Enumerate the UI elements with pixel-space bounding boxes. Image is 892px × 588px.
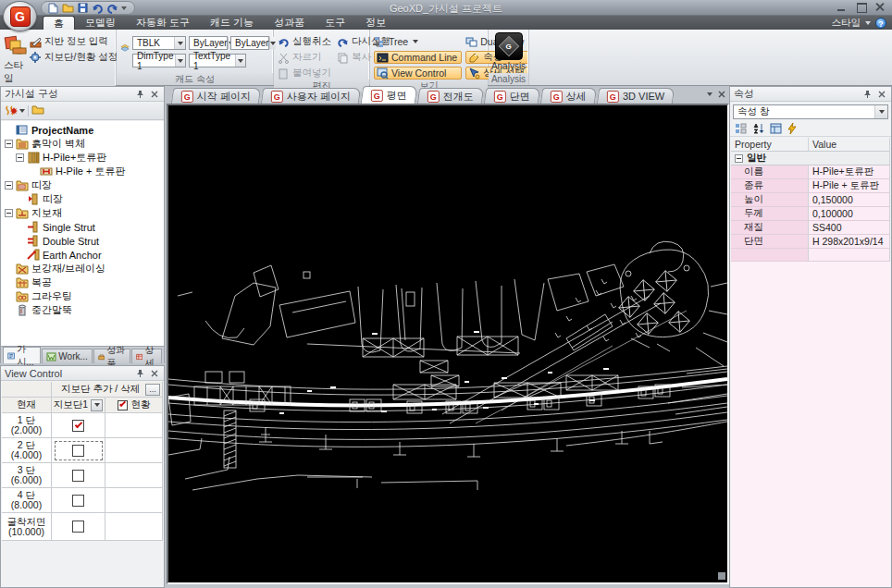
application-menu-button[interactable]: G xyxy=(3,1,37,31)
save-icon[interactable] xyxy=(77,3,89,14)
vc-row-status-cell[interactable] xyxy=(105,463,163,488)
color-select[interactable]: ByLayer xyxy=(189,36,228,50)
pin-icon[interactable] xyxy=(861,89,873,100)
property-value[interactable]: H 298x201x9/14 xyxy=(809,235,890,249)
property-pages-icon[interactable] xyxy=(770,123,782,134)
new-folder-icon[interactable] xyxy=(31,104,44,116)
close-panel-icon[interactable] xyxy=(149,368,160,379)
tree-item-hpile[interactable]: H-Pile + 토류판 xyxy=(1,165,164,178)
ribbon-tab-automation[interactable]: 자동화 도구 xyxy=(126,16,200,30)
linetype-select[interactable]: ByLayer xyxy=(230,36,269,50)
tree-view-button[interactable]: Tree xyxy=(374,35,462,48)
layer-select[interactable]: TBLK xyxy=(132,36,186,50)
qat-dropdown-icon[interactable] xyxy=(121,6,127,10)
texttype-select[interactable]: TextType 1 xyxy=(189,54,246,67)
property-value[interactable]: H-Pile + 토류판 xyxy=(809,179,890,193)
tree-item-grouting[interactable]: 그라우팅 xyxy=(1,289,164,303)
paste-button[interactable]: 붙여넣기 xyxy=(278,67,331,80)
tab-detail[interactable]: 상세 xyxy=(131,349,162,363)
tree-expander-icon[interactable] xyxy=(5,140,13,148)
status-checkbox[interactable] xyxy=(118,400,128,410)
tree-item-support-group[interactable]: 지보재 xyxy=(1,206,164,220)
tree-item-retaining-wall[interactable]: 흙막이 벽체 xyxy=(1,137,164,151)
tree-item-wale-group[interactable]: 띠장 xyxy=(1,178,164,192)
vc-row-status-cell[interactable] xyxy=(105,488,163,513)
tab-deliverables[interactable]: 성과품 xyxy=(93,349,130,363)
support-stage-setting-button[interactable]: 지보단/현황 설정 xyxy=(30,51,118,64)
undo-icon[interactable] xyxy=(92,3,104,14)
undo-button[interactable]: 실행취소 xyxy=(278,35,331,48)
lightning-icon[interactable] xyxy=(787,123,797,134)
doc-tab-section[interactable]: G단면 xyxy=(484,88,540,104)
maximize-button[interactable] xyxy=(855,3,867,12)
tree-item-project[interactable]: ProjectName xyxy=(1,123,164,137)
tree-item-hpile-group[interactable]: H-Pile+토류판 xyxy=(1,151,164,165)
more-button[interactable]: ... xyxy=(145,384,160,396)
property-value[interactable]: H-Pile+토류판 xyxy=(809,165,890,179)
vc-support-header[interactable]: 지보단1 xyxy=(52,398,105,413)
close-button[interactable] xyxy=(874,3,886,12)
dimtype-select[interactable]: DimType 1 xyxy=(132,54,186,67)
ground-info-button[interactable]: 지반 정보 입력 xyxy=(30,35,118,48)
vc-status-header[interactable]: 현황 xyxy=(105,398,163,413)
tree-item-double-strut[interactable]: Double Strut xyxy=(1,234,164,248)
doc-tab-detail[interactable]: G상세 xyxy=(540,88,597,104)
tree-expander-icon[interactable] xyxy=(16,153,24,162)
ribbon-tab-home[interactable]: 홈 xyxy=(43,16,75,30)
vc-row-status-cell[interactable] xyxy=(105,413,163,438)
stage-checkbox[interactable] xyxy=(72,470,84,482)
tree-item-bracing[interactable]: 보강재/브레이싱 xyxy=(1,262,164,276)
vc-row-checkbox-cell[interactable] xyxy=(52,488,105,513)
ribbon-tab-cad[interactable]: 캐드 기능 xyxy=(200,16,264,30)
stage-checkbox[interactable] xyxy=(72,420,84,432)
new-file-icon[interactable] xyxy=(47,3,59,14)
vc-row-checkbox-cell[interactable] xyxy=(52,413,105,438)
doc-tab-start-page[interactable]: G시작 페이지 xyxy=(171,88,261,104)
ribbon-tab-deliverables[interactable]: 성과품 xyxy=(264,16,315,30)
ribbon-tab-modeling[interactable]: 모델링 xyxy=(75,16,126,30)
tree-expander-icon[interactable] xyxy=(5,209,13,217)
stage-checkbox[interactable] xyxy=(72,445,84,457)
tree-expander-icon[interactable] xyxy=(5,181,13,190)
categorize-icon[interactable] xyxy=(735,123,747,134)
property-group-general[interactable]: 일반 xyxy=(731,152,890,165)
sort-az-icon[interactable] xyxy=(752,123,764,134)
view-control-toggle[interactable]: View Control xyxy=(374,67,462,80)
pin-icon[interactable] xyxy=(134,89,145,100)
ribbon-tab-tools[interactable]: 도구 xyxy=(315,16,355,30)
support-dropdown-icon[interactable] xyxy=(91,399,103,411)
canvas-resize-grip[interactable] xyxy=(718,572,725,580)
tree-item-decking[interactable]: 복공 xyxy=(1,276,164,289)
stage-checkbox[interactable] xyxy=(72,495,84,507)
value-column-header[interactable]: Value xyxy=(809,138,890,152)
tree-item-wale[interactable]: 띠장 xyxy=(1,192,164,206)
filter-settings-icon[interactable] xyxy=(5,104,25,116)
doc-tab-elevation[interactable]: G전개도 xyxy=(417,88,484,104)
stage-checkbox[interactable] xyxy=(72,521,84,533)
ribbon-tab-info[interactable]: 정보 xyxy=(355,16,396,30)
property-value[interactable]: 0,100000 xyxy=(809,207,890,221)
close-tab-icon[interactable] xyxy=(718,91,725,98)
vc-row-checkbox-cell[interactable] xyxy=(52,438,105,463)
analysis-button[interactable]: G xyxy=(495,32,523,60)
style-button[interactable]: 스타일 xyxy=(4,32,28,85)
tree-item-earth-anchor[interactable]: Earth Anchor xyxy=(1,248,164,262)
property-column-header[interactable]: Property xyxy=(731,138,809,152)
cad-viewport[interactable] xyxy=(167,104,729,584)
tab-work[interactable]: Work... xyxy=(42,349,92,363)
help-icon[interactable]: ? xyxy=(875,18,886,29)
property-value[interactable]: 0,150000 xyxy=(809,193,890,207)
group-collapse-icon[interactable] xyxy=(735,154,743,163)
tree-item-single-strut[interactable]: Single Strut xyxy=(1,220,164,234)
doc-tab-user-page[interactable]: G사용자 페이지 xyxy=(261,88,361,104)
minimize-button[interactable] xyxy=(836,3,848,12)
tab-list-dropdown-icon[interactable] xyxy=(707,92,712,96)
tab-construction[interactable]: 가시... xyxy=(3,347,41,363)
close-panel-icon[interactable] xyxy=(876,89,887,100)
doc-tab-3d-view[interactable]: G3D VIEW xyxy=(597,88,675,104)
pin-icon[interactable] xyxy=(134,368,145,379)
close-panel-icon[interactable] xyxy=(149,89,160,100)
vc-row-checkbox-cell[interactable] xyxy=(52,513,105,541)
vc-row-status-cell[interactable] xyxy=(105,513,163,541)
doc-tab-plan[interactable]: G평면 xyxy=(361,86,418,104)
